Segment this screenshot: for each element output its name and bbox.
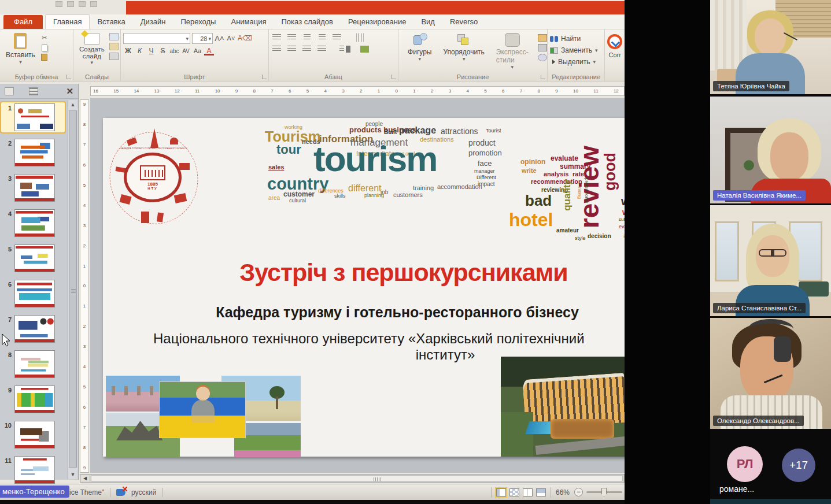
slide-thumbnail[interactable]: 10 [1,420,65,450]
font-size-combo[interactable]: 28▾ [192,33,213,44]
tab-animations[interactable]: Анимация [223,15,274,29]
shape-outline-button[interactable] [538,44,547,51]
decrease-indent-button[interactable] [301,33,313,42]
slide-university-line[interactable]: Національного технічного університету «Х… [153,331,585,347]
clear-formatting-button[interactable]: A⌫ [238,34,252,43]
shadow-button[interactable]: abc [169,46,179,56]
zoom-out-button[interactable]: − [574,488,583,496]
cut-button[interactable]: ✂ [40,34,49,42]
tourism-wordcloud[interactable]: Tourismworkingneedsinformationproducts b… [264,126,507,207]
shapes-button[interactable]: Фигуры ▾ [404,32,435,72]
slide-thumbnail[interactable]: 3 [1,173,65,203]
horizontal-scrollbar[interactable]: ◀ [80,474,625,483]
quick-styles-button[interactable]: Экспресс-стили ▾ [493,32,532,72]
outline-tab[interactable] [29,87,38,95]
slide-thumbnail[interactable]: 4 [1,208,65,238]
shape-effects-button[interactable] [538,54,547,61]
tab-slideshow[interactable]: Показ слайдов [274,15,341,29]
department-logo[interactable]: КАФЕДРА ТУРИЗМУ І ГОТЕЛЬНО-РЕСТОРАННОГО … [115,127,193,232]
scrollbar-track[interactable] [91,475,623,481]
paste-button[interactable]: Вставить ▾ [2,32,39,72]
increase-indent-button[interactable] [316,33,328,42]
tab-review[interactable]: Рецензирование [341,15,413,29]
arrange-button[interactable]: Упорядочить ▾ [439,32,487,72]
close-icon[interactable]: ✕ [66,86,73,97]
line-spacing-button[interactable] [331,33,343,42]
dialog-launcher-icon[interactable] [392,75,396,79]
section-button[interactable] [109,53,119,60]
scrollbar-thumb[interactable] [69,110,77,468]
find-button[interactable]: Найти [550,33,602,45]
text-direction-button[interactable] [354,33,366,42]
tab-reverso[interactable]: Reverso [442,15,485,29]
review-wordcloud[interactable]: reviewgoodopinionevaluatesummarywriteana… [508,146,625,245]
smartart-button[interactable] [359,45,371,54]
tab-view[interactable]: Вид [413,15,442,29]
video-tile-3[interactable]: Лариса Станиславівна Ст... [710,205,831,316]
underline-button[interactable]: Ч [146,46,156,56]
slide-title[interactable]: Зустріч з першокурсниками [103,258,625,287]
italic-button[interactable]: К [135,46,145,56]
slide-thumbnail[interactable]: 5 [1,243,65,273]
tab-insert[interactable]: Вставка [90,15,132,29]
scroll-left-icon[interactable]: ◀ [81,475,89,481]
format-painter-button[interactable] [40,54,49,61]
select-button[interactable]: Выделить▾ [550,56,602,68]
reverso-correct-button[interactable]: Corr [605,29,625,81]
strikethrough-button[interactable]: S [158,46,168,56]
align-right-button[interactable] [301,45,313,54]
slide-thumbnail[interactable]: 1 [1,102,65,132]
bold-button[interactable]: Ж [123,46,133,56]
zoom-level[interactable]: 66% [556,488,570,496]
new-slide-button[interactable]: Создать слайд ▾ [76,32,108,72]
dialog-launcher-icon[interactable] [541,75,545,79]
theme-name[interactable]: ice Theme" [69,488,104,496]
change-case-button[interactable]: Aa [193,46,202,56]
char-spacing-button[interactable]: AV [181,46,191,56]
slide-canvas[interactable]: КАФЕДРА ТУРИЗМУ І ГОТЕЛЬНО-РЕСТОРАННОГО … [103,118,625,457]
hotel-photo[interactable] [501,357,625,457]
reading-view-button[interactable] [523,488,533,496]
scroll-down-icon[interactable]: ▼ [69,470,77,479]
scroll-up-icon[interactable]: ▲ [69,101,77,109]
copy-button[interactable] [40,44,49,51]
video-tile-2[interactable]: Наталія Василівна Якиме... [710,97,831,203]
columns-button[interactable] [336,45,348,54]
slides-pane-scrollbar[interactable]: ▲ ▼ [68,100,77,479]
quick-access-toolbar[interactable] [56,1,97,9]
dialog-launcher-icon[interactable] [262,75,267,79]
slide-subtitle[interactable]: Кафедра туризму і готельно-ресторанного … [103,304,625,321]
grow-font-button[interactable]: A˄ [215,34,224,43]
more-participants-badge[interactable]: +17 [782,449,815,482]
slide-thumbnail[interactable]: 2 [1,138,65,168]
video-tile-1[interactable]: Тетяна Юріївна Чайка [710,0,831,94]
layout-button[interactable] [109,33,119,40]
shrink-font-button[interactable]: A˅ [226,34,236,43]
tab-home[interactable]: Главная [45,14,90,29]
avatar[interactable]: РЛ [727,446,763,482]
slide-thumbnail[interactable]: 9 [1,384,65,414]
tab-design[interactable]: Дизайн [133,15,173,29]
slideshow-button[interactable] [536,488,546,496]
tab-file[interactable]: Файл [3,15,43,29]
video-tile-4[interactable]: Олександр Олександров... [710,318,831,429]
reset-button[interactable] [109,43,119,50]
font-name-combo[interactable]: ▾ [123,33,190,44]
align-left-button[interactable] [271,45,283,54]
language-indicator[interactable]: русский [131,488,156,496]
shape-fill-button[interactable] [538,34,547,42]
justify-button[interactable] [316,45,328,54]
tab-transitions[interactable]: Переходы [173,15,223,29]
font-color-button[interactable]: A [204,47,214,55]
slide-sorter-button[interactable] [509,488,519,496]
replace-button[interactable]: Заменить▾ [550,45,602,56]
ukraine-photo-collage[interactable] [106,372,301,457]
dialog-launcher-icon[interactable] [67,75,71,79]
numbering-button[interactable] [286,33,298,42]
slide-thumbnail[interactable]: 8 [1,349,65,379]
slide-university-line2[interactable]: інститут» [416,347,475,363]
bullets-button[interactable] [271,33,283,42]
spellcheck-icon[interactable] [116,489,125,496]
slide-thumbnail[interactable]: 11 [1,455,65,485]
align-center-button[interactable] [286,45,298,54]
